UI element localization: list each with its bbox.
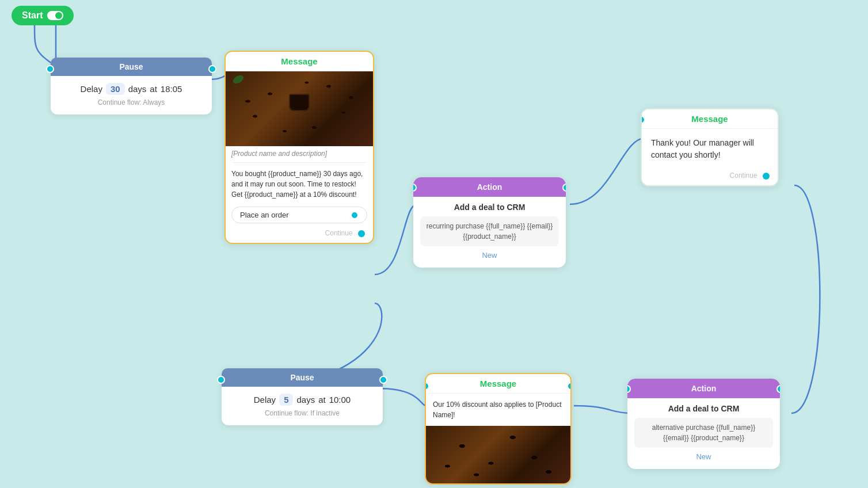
thankyou-node: Message Thank you! Our manager will cont…: [641, 108, 779, 186]
message-1-header: Message: [226, 52, 373, 71]
pause-1-delay: Delay 30 days at 18:05: [60, 83, 203, 95]
pause-1-delay-value: 30: [106, 83, 125, 95]
pause-2-right-dot: [379, 376, 387, 384]
thankyou-continue: Continue: [642, 169, 778, 185]
action-node-2: Action Add a deal to CRM alternative pur…: [627, 379, 780, 469]
pause-2-delay-label: Delay: [254, 395, 276, 405]
pause-1-continue: Continue flow: Always: [60, 98, 203, 106]
pause-2-at-label: at: [318, 395, 326, 405]
place-order-button[interactable]: Place an order: [231, 207, 367, 223]
action-node-1: Action Add a deal to CRM recurring purch…: [413, 177, 566, 268]
message-1-product-label: [Product name and description]: [226, 146, 373, 160]
pause-1-header: Pause: [51, 58, 212, 76]
action-1-detail: recurring purchase {{full_name}} {{email…: [420, 216, 559, 246]
pause-2-header: Pause: [222, 368, 383, 387]
pause-2-continue: Continue flow: If inactive: [231, 409, 374, 417]
message-node-1: Message [Product name and description] Y…: [224, 51, 374, 244]
pause-2-delay-unit: days: [296, 395, 315, 405]
message-1-image: [226, 71, 373, 146]
message-2-header: Message: [426, 374, 570, 394]
message-2-right-dot: [567, 382, 572, 390]
pause-1-right-dot: [208, 65, 216, 73]
message-1-divider: [231, 162, 367, 163]
place-order-dot: [351, 211, 359, 219]
start-toggle[interactable]: [47, 11, 63, 20]
pause-2-left-dot: [217, 376, 225, 384]
message-node-2: Message Our 10% discount also applies to…: [425, 373, 572, 485]
place-order-label: Place an order: [240, 211, 289, 219]
thankyou-header: Message: [642, 109, 778, 129]
start-label: Start: [22, 10, 43, 21]
action-2-title: Add a deal to CRM: [634, 404, 773, 413]
action-1-title: Add a deal to CRM: [420, 203, 559, 212]
message-2-body: Our 10% discount also applies to [Produc…: [426, 394, 570, 426]
start-node[interactable]: Start: [12, 6, 74, 25]
pause-1-delay-label: Delay: [81, 84, 102, 94]
pause-1-delay-unit: days: [128, 84, 147, 94]
action-1-status: New: [420, 251, 559, 260]
message-1-continue: Continue: [226, 227, 373, 243]
pause-1-at-time: 18:05: [161, 84, 182, 94]
action-2-detail: alternative purchase {{full_name}} {{ema…: [634, 418, 773, 448]
message-1-body: You bought {{product_name}} 30 days ago,…: [226, 165, 373, 203]
pause-node-1: Pause Delay 30 days at 18:05 Continue fl…: [51, 58, 212, 115]
pause-2-delay: Delay 5 days at 10:00: [231, 394, 374, 406]
message-2-image: [426, 426, 570, 483]
action-1-header: Action: [413, 177, 566, 197]
thankyou-body: Thank you! Our manager will contact you …: [642, 129, 778, 169]
pause-1-at-label: at: [150, 84, 157, 94]
pause-2-at-time: 10:00: [329, 395, 351, 405]
pause-2-delay-value: 5: [279, 394, 293, 406]
action-2-status: New: [634, 452, 773, 461]
pause-1-left-dot: [46, 65, 54, 73]
pause-node-2: Pause Delay 5 days at 10:00 Continue flo…: [222, 368, 383, 425]
action-2-header: Action: [627, 379, 780, 398]
